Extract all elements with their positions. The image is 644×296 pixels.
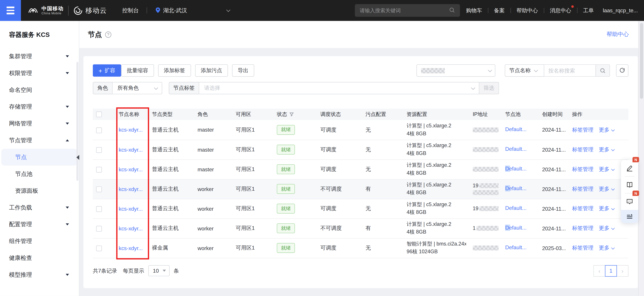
topnav-help-center[interactable]: 帮助中心 <box>516 6 538 15</box>
more-link[interactable]: 更多 <box>599 225 610 231</box>
node-name-link[interactable]: kcs-xdyr... <box>119 166 143 172</box>
page-size-select[interactable]: 10 <box>148 265 170 276</box>
add-label-button[interactable]: 添加标签 <box>158 64 191 77</box>
batch-shrink-button[interactable]: 批量缩容 <box>121 64 154 77</box>
chevron-down-icon[interactable] <box>611 148 615 151</box>
page-number-1[interactable]: 1 <box>605 265 617 277</box>
node-pool-link[interactable]: Default... <box>505 205 527 211</box>
next-page-button[interactable]: › <box>616 265 628 277</box>
filter-apply-button[interactable]: 筛选 <box>479 82 499 94</box>
scrollbar-thumb[interactable] <box>640 23 643 99</box>
more-link[interactable]: 更多 <box>599 186 610 192</box>
add-taint-button[interactable]: 添加污点 <box>195 64 228 77</box>
panel-collapse-button[interactable] <box>621 210 638 223</box>
label-manage-link[interactable]: 标签管理 <box>572 186 594 192</box>
cell-node-type: 普通云主机 <box>145 218 191 238</box>
expand-capacity-button[interactable]: + 扩容 <box>93 64 121 77</box>
search-icon[interactable] <box>449 7 455 14</box>
node-pool-link[interactable]: Default... <box>505 185 527 191</box>
row-checkbox[interactable] <box>96 186 102 192</box>
sidebar-item-配置管理[interactable]: 配置管理 <box>0 216 79 233</box>
search-field-select[interactable]: 节点名称 <box>505 64 544 77</box>
sidebar-item-权限管理[interactable]: 权限管理 <box>0 65 79 82</box>
label-manage-link[interactable]: 标签管理 <box>572 245 594 251</box>
region-selector[interactable]: 湖北-武汉 <box>155 6 229 15</box>
topnav-cart[interactable]: 购物车 <box>466 6 482 15</box>
help-question-icon[interactable]: ? <box>105 31 112 37</box>
sidebar-item-组件管理[interactable]: 组件管理 <box>0 233 79 250</box>
page-scrollbar[interactable] <box>638 21 644 296</box>
sidebar-item-工作负载[interactable]: 工作负载 <box>0 199 79 216</box>
chevron-down-icon[interactable] <box>611 187 615 190</box>
topnav-beian[interactable]: 备案 <box>494 6 504 15</box>
more-link[interactable]: 更多 <box>599 205 610 212</box>
label-manage-link[interactable]: 标签管理 <box>572 147 594 153</box>
column-label: 节点名称 <box>119 111 139 117</box>
chat-feedback-button[interactable]: N <box>621 193 638 210</box>
node-tag-filter-select[interactable]: 请选择 <box>199 82 479 94</box>
chevron-down-icon[interactable] <box>611 226 615 230</box>
sidebar-item-存储管理[interactable]: 存储管理 <box>0 98 79 115</box>
export-button[interactable]: 导出 <box>232 64 254 77</box>
node-name-link[interactable]: kcs-xdyr... <box>119 186 143 192</box>
node-pool-link[interactable]: Default... <box>505 225 527 231</box>
sidebar-item-网络管理[interactable]: 网络管理 <box>0 115 79 132</box>
sidebar-item-命名空间[interactable]: 命名空间 <box>0 82 79 98</box>
label-manage-link[interactable]: 标签管理 <box>572 127 594 133</box>
redacted-ip <box>473 127 498 132</box>
global-search-input[interactable] <box>360 7 449 13</box>
column-header-status: 状态 <box>270 109 314 120</box>
row-checkbox[interactable] <box>96 167 102 172</box>
node-pool-link[interactable]: Default... <box>505 244 527 251</box>
node-name-link[interactable]: kcs-xdyr... <box>119 245 143 251</box>
sidebar-item-模型推理[interactable]: 模型推理 <box>0 266 79 283</box>
row-checkbox[interactable] <box>96 226 102 231</box>
node-pool-link[interactable]: Default... <box>505 165 527 172</box>
help-center-link[interactable]: 帮助中心 <box>606 31 629 38</box>
sidebar-item-集群管理[interactable]: 集群管理 <box>0 48 79 65</box>
node-pool-link[interactable]: Default... <box>505 126 527 133</box>
hamburger-menu-button[interactable] <box>0 0 21 21</box>
node-pool-link[interactable]: Default... <box>505 146 527 152</box>
sidebar-item-节点池[interactable]: 节点池 <box>0 165 79 182</box>
row-checkbox[interactable] <box>96 147 102 153</box>
refresh-button[interactable] <box>616 64 628 77</box>
sidebar-item-节点管理[interactable]: 节点管理 <box>0 132 79 149</box>
node-search-input[interactable] <box>544 65 596 76</box>
filter-funnel-icon[interactable] <box>289 112 294 118</box>
more-link[interactable]: 更多 <box>599 127 610 133</box>
more-link[interactable]: 更多 <box>599 147 610 153</box>
node-name-link[interactable]: kcs-xdyr... <box>119 147 143 153</box>
sidebar-collapse-handle[interactable] <box>76 155 79 160</box>
label-manage-link[interactable]: 标签管理 <box>572 205 594 212</box>
sidebar-item-健康检查[interactable]: 健康检查 <box>0 250 79 266</box>
chevron-down-icon[interactable] <box>611 207 615 210</box>
select-all-checkbox[interactable] <box>96 112 102 117</box>
console-link[interactable]: 控制台 <box>122 7 139 14</box>
row-checkbox[interactable] <box>96 127 102 133</box>
label-manage-link[interactable]: 标签管理 <box>572 225 594 231</box>
row-checkbox[interactable] <box>96 206 102 212</box>
prev-page-button[interactable]: ‹ <box>594 265 606 277</box>
node-name-link[interactable]: kcs-xdyr... <box>119 225 143 231</box>
account-name[interactable]: laas_rqcp_te... <box>603 7 638 14</box>
label-manage-link[interactable]: 标签管理 <box>572 166 594 172</box>
cluster-select[interactable] <box>416 64 496 77</box>
chevron-down-icon[interactable] <box>611 128 615 132</box>
global-search-box[interactable] <box>355 4 460 17</box>
row-checkbox[interactable] <box>96 245 102 251</box>
sidebar-scrollbar-thumb[interactable] <box>76 62 78 181</box>
more-link[interactable]: 更多 <box>599 166 610 172</box>
chevron-down-icon[interactable] <box>611 246 615 250</box>
sidebar-item-资源面板[interactable]: 资源面板 <box>0 182 79 199</box>
chevron-down-icon[interactable] <box>611 167 615 171</box>
node-name-link[interactable]: kcs-xdyr... <box>119 205 143 212</box>
more-link[interactable]: 更多 <box>599 245 610 251</box>
search-button[interactable] <box>596 65 610 76</box>
role-filter-select[interactable]: 所有角色 <box>112 82 162 94</box>
topnav-message-center[interactable]: 消息中心 <box>550 6 571 15</box>
node-name-link[interactable]: kcs-xdyr... <box>119 127 143 133</box>
topnav-ticket[interactable]: 工单 <box>583 6 594 15</box>
feedback-pencil-button[interactable]: N <box>621 160 638 176</box>
sidebar-item-节点[interactable]: 节点 <box>1 149 78 165</box>
